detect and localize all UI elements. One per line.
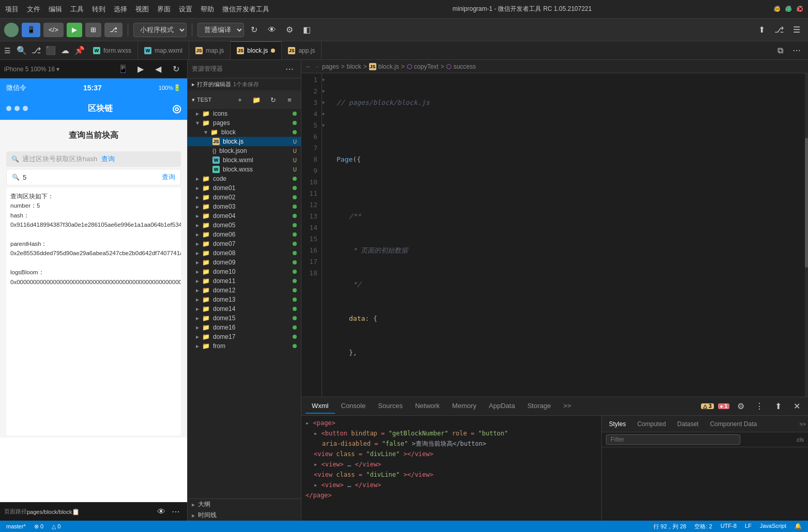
menu-file[interactable]: 文件 bbox=[26, 3, 41, 16]
devtools-more-button[interactable]: ⋮ bbox=[752, 399, 767, 414]
collapse-tree-button[interactable]: ≡ bbox=[282, 92, 297, 107]
menu-help[interactable]: 帮助 bbox=[200, 3, 215, 16]
breadcrumb-block[interactable]: block bbox=[347, 63, 361, 70]
back-nav-icon[interactable]: ← bbox=[306, 63, 312, 70]
refresh-tree-button[interactable]: ↻ bbox=[266, 92, 280, 107]
layers-button[interactable]: ◧ bbox=[300, 23, 314, 37]
upload-button[interactable]: ⬆ bbox=[754, 23, 769, 37]
tab-map-js[interactable]: JS map.js bbox=[189, 41, 231, 60]
breadcrumb-copytext[interactable]: copyText bbox=[414, 63, 438, 70]
menu-interface[interactable]: 界面 bbox=[156, 3, 172, 16]
breadcrumb-func2[interactable]: ⬡ bbox=[446, 63, 451, 70]
tab-memory[interactable]: Memory bbox=[446, 399, 483, 414]
folder-dome13[interactable]: ▸📁dome13 bbox=[188, 295, 301, 304]
tab-sources[interactable]: Sources bbox=[372, 399, 409, 414]
folder-dome12[interactable]: ▸📁dome12 bbox=[188, 286, 301, 295]
avatar[interactable] bbox=[4, 23, 19, 37]
fold-arrow-17[interactable]: ▾ bbox=[322, 120, 330, 131]
fold-arrow-3[interactable]: ▾ bbox=[322, 74, 330, 86]
more-tabs-icon[interactable]: >> bbox=[799, 421, 806, 427]
scrollbar-thumb[interactable] bbox=[805, 138, 808, 267]
folder-dome06[interactable]: ▸📁dome06 bbox=[188, 230, 301, 239]
pin-button[interactable]: 📌 bbox=[72, 43, 87, 58]
menu-wechat-tools[interactable]: 微信开发者工具 bbox=[221, 3, 270, 16]
new-file-button[interactable]: + bbox=[233, 92, 247, 107]
git-button[interactable]: ⎇ bbox=[104, 23, 123, 37]
fold-arrow-5[interactable]: ▾ bbox=[322, 86, 330, 97]
refresh-button[interactable]: ↻ bbox=[247, 23, 262, 37]
errors-status[interactable]: ⊗ 0 bbox=[32, 523, 45, 530]
git-branch-status[interactable]: master* bbox=[4, 523, 28, 529]
mode-select[interactable]: 小程序模式 bbox=[133, 23, 187, 37]
folder-dome02[interactable]: ▸📁dome02 bbox=[188, 193, 301, 202]
menu-goto[interactable]: 转到 bbox=[91, 3, 106, 16]
source-control-button[interactable]: ⎇ bbox=[29, 43, 43, 58]
folder-block[interactable]: ▾ 📁 block bbox=[188, 128, 301, 137]
tab-wxml[interactable]: Wxml bbox=[306, 399, 335, 414]
right-tab-dataset[interactable]: Dataset bbox=[672, 418, 704, 430]
fold-icon[interactable]: ▸ bbox=[306, 419, 309, 427]
file-tree-more-button[interactable]: ⋯ bbox=[282, 62, 297, 76]
code-editor[interactable]: // pages/block/block.js Page({ /** * 页面的… bbox=[330, 73, 808, 397]
file-block-wxml[interactable]: W block.wxml U bbox=[188, 155, 301, 165]
folder-code[interactable]: ▸📁code bbox=[188, 174, 301, 183]
editor-scrollbar[interactable] bbox=[805, 73, 808, 397]
folder-icons[interactable]: ▸ 📁 icons bbox=[188, 109, 301, 118]
folder-dome01[interactable]: ▸📁dome01 bbox=[188, 183, 301, 193]
devtools-close-button[interactable]: ✕ bbox=[789, 399, 804, 414]
compile-select[interactable]: 普通编译 bbox=[197, 23, 244, 37]
folder-dome08[interactable]: ▸📁dome08 bbox=[188, 248, 301, 258]
preview-button[interactable]: 👁 bbox=[265, 23, 279, 37]
audio-button[interactable]: ▶ bbox=[133, 62, 148, 76]
bookmarks-button[interactable]: ☰ bbox=[0, 43, 14, 58]
spaces-status[interactable]: 空格: 2 bbox=[692, 523, 714, 530]
search-query-button[interactable]: 查询 bbox=[97, 154, 115, 164]
tab-storage[interactable]: Storage bbox=[521, 399, 557, 414]
tab-block-js[interactable]: JS block.js bbox=[231, 41, 282, 60]
menu-project[interactable]: 项目 bbox=[4, 3, 20, 16]
folder-dome09[interactable]: ▸📁dome09 bbox=[188, 258, 301, 267]
outline-item[interactable]: ▸ 大纲 bbox=[188, 499, 301, 510]
folder-dome15[interactable]: ▸📁dome15 bbox=[188, 314, 301, 323]
filter-cls-button[interactable]: .cls bbox=[796, 436, 804, 443]
folder-dome16[interactable]: ▸📁dome16 bbox=[188, 323, 301, 332]
file-block-wxss[interactable]: W block.wxss U bbox=[188, 165, 301, 174]
cloud-button[interactable]: ☁ bbox=[58, 43, 72, 58]
phone-nav[interactable]: 区块链 ◎ bbox=[0, 97, 187, 120]
branch-button[interactable]: ⎇ bbox=[772, 23, 786, 37]
folder-from[interactable]: ▸📁from bbox=[188, 341, 301, 351]
folder-dome17[interactable]: ▸📁dome17 bbox=[188, 332, 301, 341]
folder-pages[interactable]: ▾ 📁 pages bbox=[188, 118, 301, 128]
fold-icon[interactable]: ▸ bbox=[314, 430, 317, 437]
folder-dome03[interactable]: ▸📁dome03 bbox=[188, 202, 301, 211]
right-tab-styles[interactable]: Styles bbox=[604, 418, 631, 430]
right-tab-computed[interactable]: Computed bbox=[632, 418, 671, 430]
breadcrumb-file[interactable]: block.js bbox=[378, 63, 399, 70]
phone-more-button[interactable]: ⋯ bbox=[169, 505, 183, 519]
compile-button[interactable]: ▶ bbox=[67, 23, 82, 37]
breadcrumb-success[interactable]: success bbox=[453, 63, 476, 70]
encoding-status[interactable]: UTF-8 bbox=[719, 523, 739, 530]
line-ending-status[interactable]: LF bbox=[743, 523, 754, 530]
more-button[interactable]: ⚙ bbox=[282, 23, 297, 37]
nav-circle-icon[interactable]: ◎ bbox=[172, 102, 181, 115]
fold-arrows[interactable]: ▾ ▾ ▾ ▾ ▾ bbox=[322, 73, 330, 397]
tab-console[interactable]: Console bbox=[335, 399, 372, 414]
menu-bar[interactable]: 项目 文件 编辑 工具 转到 选择 视图 界面 设置 帮助 微信开发者工具 bbox=[4, 3, 270, 16]
devtools-settings-button[interactable]: ⚙ bbox=[734, 399, 748, 414]
fold-icon5[interactable]: ▸ bbox=[314, 461, 317, 468]
maximize-button[interactable]: □ bbox=[785, 6, 792, 13]
tab-app-js[interactable]: JS app.js bbox=[282, 41, 322, 60]
more-tabs-button[interactable]: ⋯ bbox=[789, 43, 804, 58]
right-tab-component[interactable]: Component Data bbox=[705, 418, 762, 430]
warnings-status[interactable]: △ 0 bbox=[50, 523, 63, 530]
new-folder-button[interactable]: 📁 bbox=[249, 92, 264, 107]
phone-mode-button[interactable]: 📱 bbox=[116, 62, 130, 76]
file-tree-scroll[interactable]: ▸ 📁 icons ▾ 📁 pages ▾ 📁 block JS bbox=[188, 109, 301, 498]
tab-network[interactable]: Network bbox=[409, 399, 446, 414]
menu-select[interactable]: 选择 bbox=[113, 3, 128, 16]
phone-input-row[interactable]: 🔍 5 查询 bbox=[6, 169, 181, 185]
minimize-button[interactable]: ─ bbox=[774, 6, 781, 13]
breadcrumb-pages[interactable]: pages bbox=[322, 63, 339, 70]
folder-dome14[interactable]: ▸📁dome14 bbox=[188, 304, 301, 314]
